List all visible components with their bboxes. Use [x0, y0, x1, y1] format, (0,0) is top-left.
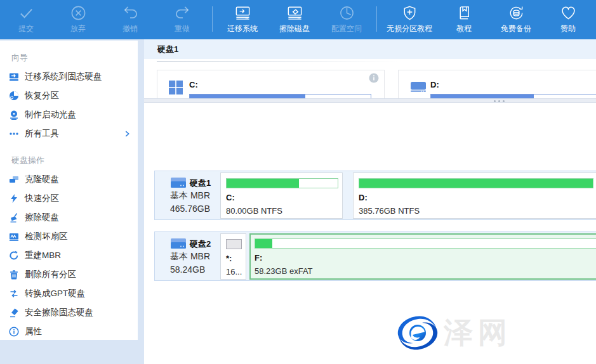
disk-row[interactable]: 硬盘2基本 MBR58.24GB*:16...F:58.23GB exFAT — [154, 231, 596, 281]
sidebar-item-rebuild-mbr[interactable]: 重建MBR — [0, 246, 138, 265]
drive-icon — [410, 81, 427, 93]
disk-size: 465.76GB — [170, 204, 210, 214]
undo-icon — [122, 4, 139, 22]
toolbar: 提交放弃撤销重做迁移系统擦除磁盘配置空间无损分区教程教程免费备份赞助 — [0, 0, 596, 39]
partition-block[interactable]: C:80.00GB NTFS — [220, 172, 343, 219]
shield-plus-icon — [401, 4, 418, 22]
discard-button: 放弃 — [52, 0, 104, 39]
sidebar-item-wipe-disk[interactable]: 擦除硬盘 — [0, 208, 138, 227]
partition-usage-bar — [226, 239, 242, 249]
undo-button-label: 撤销 — [123, 23, 138, 34]
submit-button-label: 提交 — [18, 23, 34, 34]
discard-button-label: 放弃 — [70, 23, 86, 34]
backup-icon — [508, 4, 525, 22]
partition-usage-fill — [227, 240, 241, 249]
disk-tab[interactable]: 硬盘1 — [144, 44, 178, 55]
migrate-os-button[interactable]: 迁移系统 — [216, 0, 268, 39]
disk-list: 硬盘1基本 MBR465.76GBC:80.00GB NTFSD:385.76G… — [144, 103, 596, 364]
sidebar-item-migrate-os-to-ssd-label: 迁移系统到固态硬盘 — [25, 71, 102, 82]
watermark-logo-icon — [397, 313, 439, 353]
partition-usage-fill — [359, 179, 593, 188]
discard-icon — [70, 4, 87, 22]
partition-info: 16... — [226, 267, 242, 276]
sidebar-item-convert-to-gpt[interactable]: 转换成GPT硬盘 — [0, 284, 138, 303]
redo-button: 重做 — [156, 0, 208, 39]
sidebar-item-clone-disk[interactable]: 克隆硬盘 — [0, 170, 138, 189]
disk-type: 基本 MBR — [170, 251, 210, 263]
clone-icon — [9, 174, 19, 185]
sidebar-item-migrate-os-to-ssd[interactable]: 迁移系统到固态硬盘 — [0, 67, 138, 86]
drive-row-icon — [170, 238, 187, 250]
ssd-migrate-icon — [9, 72, 19, 82]
submit-button: 提交 — [0, 0, 52, 39]
watermark-text: 泽网 — [444, 313, 512, 353]
partition-name: F: — [255, 253, 262, 263]
sidebar-item-all-tools[interactable]: 所有工具 — [0, 124, 138, 143]
partition-name: C: — [226, 193, 235, 202]
trash-icon — [9, 270, 19, 280]
dots-icon — [9, 129, 19, 139]
disk-name: 硬盘2 — [190, 238, 211, 250]
sidebar-item-make-bootable-disc[interactable]: 制作启动光盘 — [0, 105, 138, 124]
strip-splitter[interactable] — [144, 98, 596, 103]
sidebar-item-quick-partition[interactable]: 快速分区 — [0, 189, 138, 208]
partition-usage-bar — [255, 238, 596, 249]
volume-name: C: — [189, 80, 198, 89]
sidebar-item-rebuild-mbr-label: 重建MBR — [25, 250, 61, 261]
volume-card[interactable]: C: — [157, 70, 385, 98]
sidebar-item-recover-partition-label: 恢复分区 — [25, 90, 59, 101]
disk-size: 58.24GB — [170, 264, 205, 275]
wipe-disk-icon — [286, 4, 303, 22]
partition-block[interactable]: *:16... — [220, 233, 246, 280]
redo-icon — [174, 4, 191, 22]
allocate-space-button-label: 配置空间 — [331, 23, 362, 34]
partition-usage-bar — [359, 178, 593, 188]
sidebar-section: 硬盘操作克隆硬盘快速分区擦除硬盘检测坏扇区重建MBR删除所有分区转换成GPT硬盘… — [0, 143, 138, 341]
partition-usage-fill — [227, 179, 299, 188]
info-circle-icon[interactable] — [369, 73, 379, 83]
wipe-disk-button[interactable]: 擦除磁盘 — [268, 0, 321, 39]
sidebar-item-wipe-disk-label: 擦除硬盘 — [25, 212, 59, 223]
undo-button: 撤销 — [104, 0, 156, 39]
free-backup-button[interactable]: 免费备份 — [490, 0, 542, 39]
convert-icon — [9, 289, 19, 299]
migrate-os-icon — [234, 4, 251, 22]
wipe-disk-button-label: 擦除磁盘 — [279, 23, 310, 34]
partition-name: *: — [226, 254, 232, 263]
sidebar-section-title: 硬盘操作 — [0, 148, 138, 170]
sidebar-item-delete-all-partitions[interactable]: 删除所有分区 — [0, 265, 138, 284]
partition-usage-fill — [255, 239, 272, 248]
sidebar-item-check-bad-sectors[interactable]: 检测坏扇区 — [0, 227, 138, 246]
partition-name: D: — [359, 193, 368, 202]
sidebar-item-quick-partition-label: 快速分区 — [25, 193, 59, 204]
sectors-icon — [9, 231, 19, 242]
partition-block[interactable]: D:385.76GB NTFS — [353, 172, 596, 219]
sidebar-item-recover-partition[interactable]: 恢复分区 — [0, 86, 138, 105]
broom-icon — [9, 212, 19, 223]
tutorial-button[interactable]: 教程 — [438, 0, 490, 39]
disk-row[interactable]: 硬盘1基本 MBR465.76GBC:80.00GB NTFSD:385.76G… — [154, 171, 596, 220]
chevron-right-icon — [123, 129, 131, 138]
sponsor-button[interactable]: 赞助 — [542, 0, 594, 39]
sidebar-item-secure-erase-ssd[interactable]: 安全擦除固态硬盘 — [0, 303, 138, 322]
splitter-grip-icon[interactable] — [494, 100, 505, 102]
rebuild-icon — [9, 250, 19, 261]
sidebar-item-convert-to-gpt-label: 转换成GPT硬盘 — [25, 288, 85, 299]
eraser-icon — [9, 308, 19, 318]
partition-tutorial-button[interactable]: 无损分区教程 — [381, 0, 438, 39]
sidebar-item-make-bootable-disc-label: 制作启动光盘 — [25, 109, 76, 120]
drive-row-icon — [170, 177, 187, 189]
tutorial-button-label: 教程 — [456, 23, 472, 34]
disk-tab-bar: 硬盘1 — [144, 39, 596, 59]
volume-card[interactable]: D: — [398, 70, 596, 98]
sidebar-item-properties-label: 属性 — [25, 326, 42, 337]
volume-usage-bar — [430, 94, 596, 98]
sidebar-item-properties[interactable]: 属性 — [0, 322, 138, 341]
tutorial-book-icon — [456, 4, 473, 22]
windows-logo — [169, 81, 183, 94]
sidebar-item-clone-disk-label: 克隆硬盘 — [25, 174, 59, 185]
disk-type: 基本 MBR — [170, 190, 210, 202]
recover-icon — [9, 91, 19, 101]
main-panel: 硬盘1 C:D: 硬盘1基本 MBR465.76GBC:80.00GB NTFS… — [144, 39, 596, 364]
partition-block[interactable]: F:58.23GB exFAT — [249, 233, 596, 280]
